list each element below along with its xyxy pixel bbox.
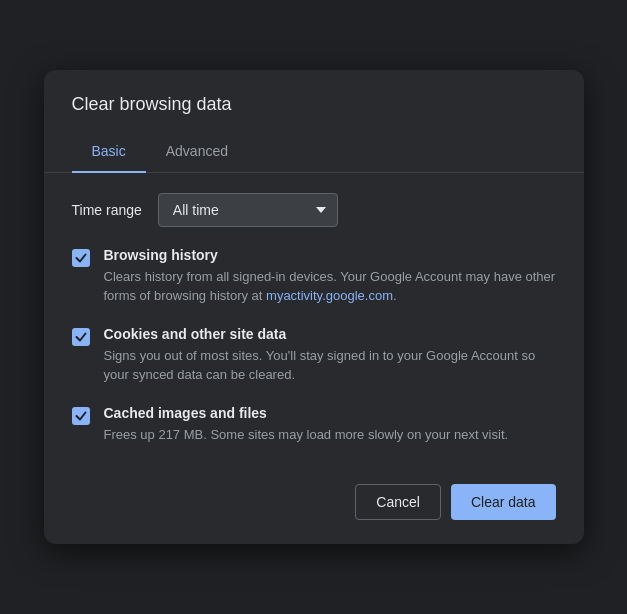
- myactivity-link[interactable]: myactivity.google.com: [266, 288, 393, 303]
- browsing-history-checkbox[interactable]: [72, 249, 90, 267]
- cookies-title: Cookies and other site data: [104, 326, 556, 342]
- cookies-checkbox[interactable]: [72, 328, 90, 346]
- tab-advanced[interactable]: Advanced: [146, 131, 248, 173]
- time-range-select-wrapper[interactable]: Last hour Last 24 hours Last 7 days Last…: [158, 193, 338, 227]
- clear-browsing-data-dialog: Clear browsing data Basic Advanced Time …: [44, 70, 584, 545]
- cookies-item: Cookies and other site data Signs you ou…: [72, 326, 556, 385]
- cached-title: Cached images and files: [104, 405, 556, 421]
- time-range-row: Time range Last hour Last 24 hours Last …: [72, 193, 556, 227]
- cached-checkbox[interactable]: [72, 407, 90, 425]
- cancel-button[interactable]: Cancel: [355, 484, 441, 520]
- cached-text: Cached images and files Frees up 217 MB.…: [104, 405, 556, 445]
- browsing-history-title: Browsing history: [104, 247, 556, 263]
- clear-data-button[interactable]: Clear data: [451, 484, 556, 520]
- cookies-text: Cookies and other site data Signs you ou…: [104, 326, 556, 385]
- browsing-history-item: Browsing history Clears history from all…: [72, 247, 556, 306]
- tabs-container: Basic Advanced: [44, 131, 584, 173]
- browsing-history-desc: Clears history from all signed-in device…: [104, 267, 556, 306]
- browsing-history-text: Browsing history Clears history from all…: [104, 247, 556, 306]
- cached-desc: Frees up 217 MB. Some sites may load mor…: [104, 425, 556, 445]
- dialog-title: Clear browsing data: [44, 70, 584, 131]
- cached-item: Cached images and files Frees up 217 MB.…: [72, 405, 556, 445]
- cookies-desc: Signs you out of most sites. You'll stay…: [104, 346, 556, 385]
- dialog-content: Time range Last hour Last 24 hours Last …: [44, 173, 584, 469]
- dialog-footer: Cancel Clear data: [44, 468, 584, 544]
- tab-basic[interactable]: Basic: [72, 131, 146, 173]
- time-range-select[interactable]: Last hour Last 24 hours Last 7 days Last…: [158, 193, 338, 227]
- time-range-label: Time range: [72, 202, 142, 218]
